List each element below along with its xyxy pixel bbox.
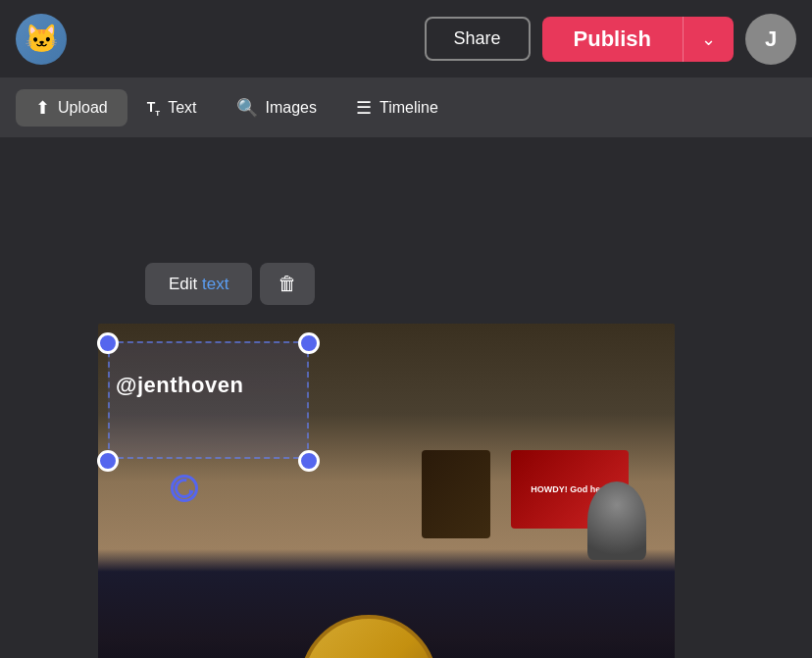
handle-bottom-left[interactable]	[97, 450, 119, 472]
handle-top-left[interactable]	[97, 332, 119, 354]
upload-icon: ⬆	[35, 97, 50, 119]
chevron-down-icon: ⌄	[701, 28, 716, 50]
share-button[interactable]: Share	[425, 17, 531, 61]
images-label: Images	[266, 99, 317, 117]
brand-avatar[interactable]: 🐱	[16, 14, 67, 65]
edit-text-popup: Edit text 🗑	[145, 263, 315, 305]
upload-button[interactable]: ⬆ Upload	[16, 89, 127, 127]
rotate-icon	[171, 475, 197, 501]
toolbar: ⬆ Upload TT Text 🔍 Images ☰ Timeline	[0, 78, 812, 137]
lamp-item	[587, 481, 646, 560]
timeline-label: Timeline	[380, 99, 438, 117]
publish-dropdown-button[interactable]: ⌄	[683, 17, 734, 62]
text-button[interactable]: TT Text	[127, 91, 217, 126]
dark-box	[422, 450, 490, 538]
edit-label: Edit	[169, 275, 197, 293]
publish-button[interactable]: Publish	[542, 17, 683, 62]
upload-label: Upload	[58, 99, 108, 117]
text-icon: TT	[147, 99, 160, 118]
text-highlight: text	[202, 275, 228, 293]
delete-button[interactable]: 🗑	[260, 263, 315, 305]
images-icon: 🔍	[236, 97, 258, 119]
user-avatar-button[interactable]: J	[745, 14, 796, 65]
rotate-handle[interactable]	[171, 475, 198, 502]
avatar-cat-icon: 🐱	[16, 14, 67, 65]
handle-top-right[interactable]	[298, 332, 320, 354]
trash-icon: 🗑	[278, 273, 297, 295]
edit-text-button[interactable]: Edit text	[145, 263, 252, 305]
timeline-button[interactable]: ☰ Timeline	[336, 89, 458, 127]
canvas-area: Edit text 🗑 HOWDY! God here ew E. '2 '25…	[0, 137, 812, 658]
handle-bottom-right[interactable]	[298, 450, 320, 472]
canvas-text-element[interactable]: @jenthoven	[116, 373, 243, 398]
circle-logo: BLU	[300, 615, 437, 658]
timeline-icon: ☰	[356, 97, 372, 119]
publish-group: Publish ⌄	[542, 17, 734, 62]
images-button[interactable]: 🔍 Images	[217, 89, 336, 127]
text-label: Text	[168, 99, 196, 117]
header: 🐱 Share Publish ⌄ J	[0, 0, 812, 78]
selection-box[interactable]	[108, 341, 309, 459]
